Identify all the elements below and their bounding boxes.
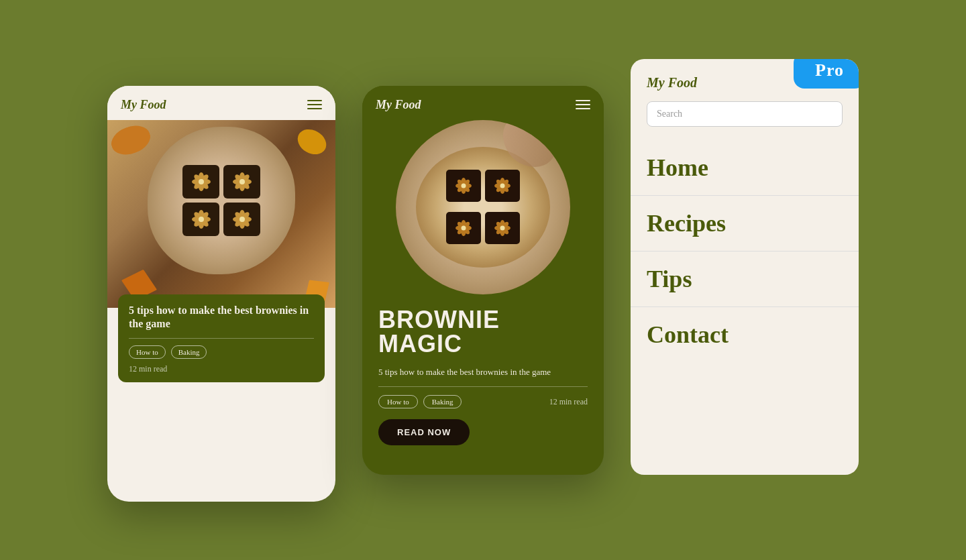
search-placeholder: Search bbox=[657, 109, 682, 119]
flower-2 bbox=[454, 219, 473, 237]
nav-item-contact[interactable]: Contact bbox=[631, 307, 859, 362]
phone2-tags-left: How to Baking bbox=[378, 395, 462, 408]
phone1-article-card: 5 tips how to make the best brownies in … bbox=[118, 294, 325, 383]
scene: My Food bbox=[0, 0, 966, 560]
search-box[interactable]: Search bbox=[647, 101, 843, 127]
nav-item-recipes[interactable]: Recipes bbox=[631, 196, 859, 251]
tag-howto-2[interactable]: How to bbox=[378, 395, 418, 408]
phone1-read-time: 12 min read bbox=[129, 364, 314, 374]
flower-decoration bbox=[232, 172, 252, 192]
phone-mockup-2: My Food bbox=[362, 86, 604, 475]
brownie-piece-2 bbox=[446, 170, 481, 202]
nav-item-home[interactable]: Home bbox=[631, 140, 859, 196]
flower-2 bbox=[493, 219, 512, 237]
leaf-decoration-2 bbox=[290, 120, 334, 163]
phone2-read-time: 12 min read bbox=[549, 397, 588, 407]
brownie-piece bbox=[223, 165, 260, 199]
flower-decoration bbox=[191, 209, 211, 229]
tag-baking-2[interactable]: Baking bbox=[423, 395, 462, 408]
nav-item-tips[interactable]: Tips bbox=[631, 251, 859, 307]
flower-2 bbox=[493, 176, 512, 195]
brownie-piece-2 bbox=[485, 170, 520, 202]
tag-baking-1[interactable]: Baking bbox=[171, 345, 207, 359]
phone2-content: BROWNIE MAGIC 5 tips how to make the bes… bbox=[362, 294, 604, 457]
phone1-logo: My Food bbox=[121, 98, 166, 112]
brownie-piece bbox=[182, 203, 219, 236]
phone2-big-title: BROWNIE MAGIC bbox=[378, 308, 588, 356]
hamburger-icon-2[interactable] bbox=[576, 100, 590, 109]
card-divider bbox=[129, 338, 314, 339]
phone1-tags: How to Baking bbox=[129, 345, 314, 359]
nav-logo: My Food bbox=[647, 75, 697, 91]
brownie-grid-1 bbox=[169, 152, 274, 249]
hamburger-icon-1[interactable] bbox=[307, 100, 322, 109]
brownie-piece-2 bbox=[446, 212, 481, 244]
phone2-article-desc: 5 tips how to make the best brownies in … bbox=[378, 366, 588, 379]
read-now-button[interactable]: READ NOW bbox=[378, 419, 470, 445]
nav-items: Home Recipes Tips Contact bbox=[631, 140, 859, 475]
phone2-header: My Food bbox=[362, 86, 604, 120]
phone1-article-title: 5 tips how to make the best brownies in … bbox=[129, 304, 314, 332]
phone1-hero-image bbox=[107, 120, 335, 308]
leaf-decoration-1 bbox=[107, 120, 156, 163]
pro-badge[interactable]: Pro bbox=[794, 59, 859, 89]
nav-panel: My Food Pro Search Home Recipes Tips Con… bbox=[631, 59, 859, 475]
brownie-piece-2 bbox=[485, 212, 520, 244]
content-divider bbox=[378, 386, 588, 387]
nav-panel-header: My Food Pro bbox=[631, 59, 859, 101]
brownie-piece bbox=[182, 165, 219, 199]
brownie-piece bbox=[223, 203, 260, 236]
flower-decoration bbox=[232, 209, 252, 229]
phone2-tags-row: How to Baking 12 min read bbox=[378, 395, 588, 408]
flower-2 bbox=[454, 176, 473, 195]
phone2-logo: My Food bbox=[376, 98, 421, 112]
flower-decoration bbox=[191, 172, 211, 192]
brownie-plate-1 bbox=[148, 127, 295, 274]
phone-mockup-1: My Food bbox=[107, 86, 335, 502]
phone1-header: My Food bbox=[107, 86, 335, 120]
phone2-hero-image bbox=[396, 120, 570, 294]
tag-howto-1[interactable]: How to bbox=[129, 345, 166, 359]
